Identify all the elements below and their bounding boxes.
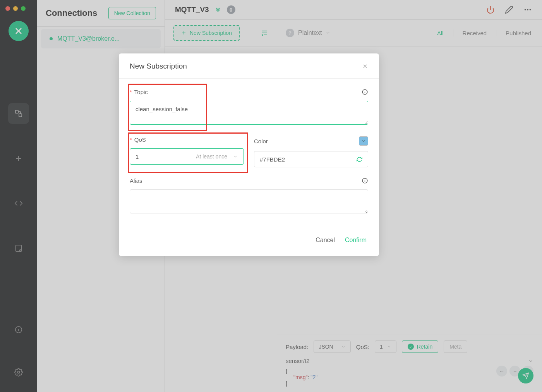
- color-label: Color: [254, 138, 268, 144]
- qos-field-label: QoS: [134, 136, 146, 143]
- cancel-button[interactable]: Cancel: [316, 237, 335, 244]
- qos-select-modal[interactable]: 1 At least once: [130, 148, 244, 165]
- required-star: *: [130, 136, 132, 143]
- required-star: *: [130, 89, 132, 95]
- topic-label: Topic: [134, 89, 148, 95]
- new-subscription-modal: New Subscription * Topic: [119, 53, 379, 256]
- info-icon[interactable]: [362, 89, 368, 95]
- alias-input[interactable]: [130, 189, 368, 213]
- refresh-icon[interactable]: [357, 156, 362, 162]
- info-icon[interactable]: [362, 177, 368, 184]
- alias-label: Alias: [130, 177, 142, 184]
- modal-title: New Subscription: [130, 62, 187, 70]
- color-swatch[interactable]: [359, 136, 368, 146]
- close-icon[interactable]: [362, 63, 368, 69]
- color-input[interactable]: #7FBDE2: [254, 151, 368, 167]
- topic-input[interactable]: [130, 101, 368, 125]
- confirm-button[interactable]: Confirm: [345, 237, 367, 244]
